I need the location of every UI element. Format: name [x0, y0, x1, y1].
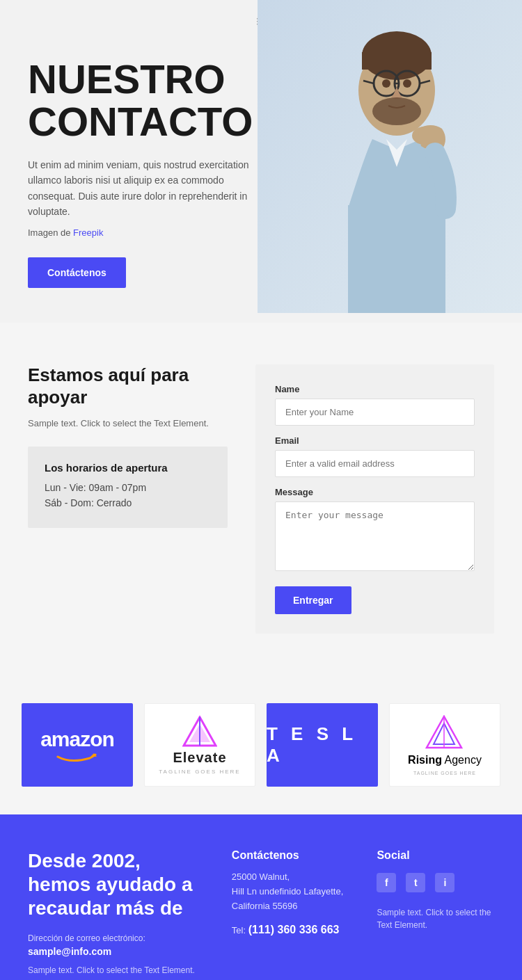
- footer-col3: Social f t i Sample text. Click to selec…: [377, 849, 494, 977]
- tesla-logo-card: T E S L A: [267, 703, 378, 787]
- contact-left: Estamos aquí para apoyar Sample text. Cl…: [28, 364, 228, 634]
- footer-address: 25000 Walnut,Hill Ln undefinido Lafayett…: [232, 870, 349, 913]
- footer-big-text: Desde 2002, hemos ayudado a recaudar más…: [28, 849, 204, 919]
- hero-image-credit: Imagen de Freepik: [28, 227, 264, 238]
- name-input[interactable]: [275, 399, 475, 426]
- footer-social-title: Social: [377, 849, 494, 862]
- email-label: Email: [275, 435, 475, 446]
- svg-point-10: [403, 79, 411, 88]
- hero-section: ≡: [0, 0, 522, 323]
- rising-logo: Rising Agency TAGLINE GOES HERE: [408, 715, 482, 776]
- hero-title: NUESTRO CONTACTO: [28, 58, 264, 143]
- name-label: Name: [275, 384, 475, 394]
- svg-point-9: [382, 79, 390, 88]
- footer-col1: Desde 2002, hemos ayudado a recaudar más…: [28, 849, 204, 977]
- hero-content: NUESTRO CONTACTO Ut enim ad minim veniam…: [0, 31, 292, 323]
- footer-main: Desde 2002, hemos ayudado a recaudar más…: [0, 814, 522, 980]
- footer-email-label: Dirección de correo electrónico:: [28, 933, 204, 943]
- svg-point-11: [372, 97, 421, 125]
- amazon-logo-card: amazon: [22, 703, 133, 787]
- tesla-logo: T E S L A: [267, 723, 378, 766]
- social-icons: f t i: [377, 873, 494, 892]
- elevate-logo-card: Elevate TAGLINE GOES HERE: [144, 703, 255, 787]
- elevate-text: Elevate: [173, 750, 226, 766]
- contact-heading: Estamos aquí para apoyar: [28, 364, 228, 408]
- elevate-logo: Elevate TAGLINE GOES HERE: [159, 716, 240, 775]
- hero-image: [258, 0, 522, 313]
- svg-rect-12: [348, 205, 445, 313]
- footer-col2: Contáctenos 25000 Walnut,Hill Ln undefin…: [232, 849, 349, 977]
- hours-box: Los horarios de apertura Lun - Vie: 09am…: [28, 447, 228, 528]
- footer-email: sample@info.com: [28, 946, 204, 957]
- instagram-icon[interactable]: i: [435, 873, 454, 892]
- facebook-icon[interactable]: f: [377, 873, 396, 892]
- hours-weekday: Lun - Vie: 09am - 07pm: [45, 482, 211, 493]
- logos-section: amazon Elevate TAGLINE GOES HERE T E S L…: [0, 675, 522, 814]
- footer-phone: Tel: (111) 360 336 663: [232, 924, 349, 936]
- message-label: Message: [275, 487, 475, 497]
- submit-button[interactable]: Entregar: [275, 586, 351, 614]
- contact-form: Name Email Message Entregar: [255, 364, 494, 634]
- email-input[interactable]: [275, 450, 475, 477]
- svg-rect-3: [362, 52, 432, 70]
- contact-section: Estamos aquí para apoyar Sample text. Cl…: [0, 323, 522, 675]
- freepik-link[interactable]: Freepik: [73, 227, 103, 238]
- contactenos-button[interactable]: Contáctenos: [28, 257, 126, 288]
- twitter-icon[interactable]: t: [406, 873, 425, 892]
- hours-weekend: Sáb - Dom: Cerrado: [45, 497, 211, 508]
- footer-contactenos-title: Contáctenos: [232, 849, 349, 862]
- amazon-logo: amazon: [40, 728, 114, 762]
- rising-text: Rising Agency: [408, 754, 482, 766]
- hours-title: Los horarios de apertura: [45, 462, 211, 474]
- hero-description: Ut enim ad minim veniam, quis nostrud ex…: [28, 157, 264, 220]
- footer-col1-sample: Sample text. Click to select the Text El…: [28, 964, 204, 977]
- message-textarea[interactable]: [275, 501, 475, 571]
- footer-col3-sample: Sample text. Click to select the Text El…: [377, 906, 494, 931]
- contact-subtext: Sample text. Click to select the Text El…: [28, 417, 228, 431]
- rising-tagline: TAGLINE GOES HERE: [413, 771, 476, 776]
- rising-logo-card: Rising Agency TAGLINE GOES HERE: [389, 703, 500, 787]
- elevate-tagline: TAGLINE GOES HERE: [159, 769, 240, 775]
